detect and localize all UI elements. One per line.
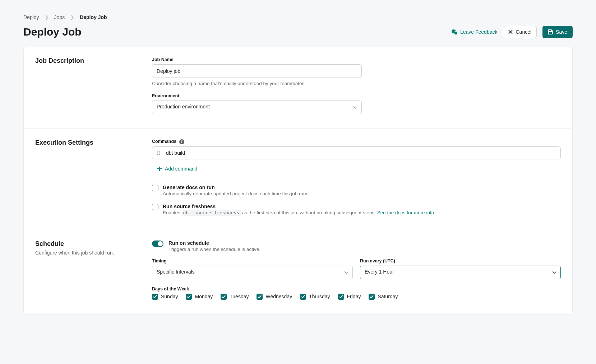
job-name-input[interactable] [152, 64, 362, 78]
breadcrumb: Deploy ❯ Jobs ❯ Deploy Job [23, 14, 573, 20]
day-monday[interactable]: Monday [186, 294, 213, 300]
section-schedule-title: Schedule [35, 240, 152, 248]
chevron-right-icon: ❯ [45, 15, 48, 20]
breadcrumb-current: Deploy Job [80, 14, 107, 20]
run-on-schedule-desc: Triggers a run when the schedule is acti… [168, 247, 260, 252]
add-command-button[interactable]: Add command [152, 164, 202, 173]
run-every-label: Run every (UTC) [360, 258, 561, 263]
run-every-select[interactable]: Every 1 Hour [360, 266, 561, 279]
drag-handle-icon[interactable] [157, 150, 160, 155]
days-row: Sunday Monday Tuesday Wednesday [152, 294, 561, 300]
command-row[interactable]: dbt build [152, 146, 561, 159]
feedback-icon [452, 29, 457, 34]
days-label: Days of the Week [152, 286, 561, 291]
svg-point-3 [159, 152, 160, 153]
checkbox-checked-icon[interactable] [152, 294, 158, 300]
source-freshness-title: Run source freshness [163, 204, 435, 209]
breadcrumb-deploy[interactable]: Deploy [23, 14, 39, 20]
day-thursday[interactable]: Thursday [300, 294, 330, 300]
docs-link[interactable]: See the docs for more info. [377, 210, 435, 215]
info-icon[interactable]: ? [179, 139, 184, 144]
command-text: dbt build [166, 150, 185, 156]
svg-point-1 [159, 150, 160, 151]
generate-docs-desc: Automatically generate updated project d… [163, 191, 308, 196]
page-title: Deploy Job [23, 26, 82, 38]
checkbox-checked-icon[interactable] [186, 294, 192, 300]
checkbox-checked-icon[interactable] [300, 294, 306, 300]
svg-point-0 [157, 150, 158, 151]
job-name-label: Job Name [152, 57, 362, 62]
generate-docs-checkbox[interactable] [152, 185, 158, 191]
leave-feedback-label: Leave Feedback [460, 29, 498, 35]
cancel-button[interactable]: Cancel [503, 26, 537, 38]
timing-select[interactable]: Specific Intervals [152, 266, 353, 279]
breadcrumb-jobs[interactable]: Jobs [54, 14, 65, 20]
section-execution-title: Execution Settings [35, 139, 152, 146]
svg-point-5 [159, 154, 160, 155]
day-friday[interactable]: Friday [338, 294, 361, 300]
save-icon [548, 29, 553, 34]
day-tuesday[interactable]: Tuesday [221, 294, 249, 300]
section-schedule-subtitle: Configure when this job should run. [35, 250, 152, 256]
save-button[interactable]: Save [542, 26, 573, 38]
timing-label: Timing [152, 258, 353, 263]
checkbox-checked-icon[interactable] [369, 294, 375, 300]
day-sunday[interactable]: Sunday [152, 294, 178, 300]
leave-feedback-link[interactable]: Leave Feedback [452, 29, 498, 35]
checkbox-checked-icon[interactable] [221, 294, 227, 300]
checkbox-checked-icon[interactable] [338, 294, 344, 300]
day-saturday[interactable]: Saturday [369, 294, 398, 300]
plus-icon [157, 166, 162, 171]
job-name-helper: Consider choosing a name that's easily u… [152, 81, 362, 86]
chevron-right-icon: ❯ [70, 15, 74, 20]
section-job-description-title: Job Description [35, 57, 152, 65]
save-label: Save [556, 29, 567, 35]
run-on-schedule-toggle[interactable] [152, 241, 163, 247]
add-command-label: Add command [165, 166, 197, 172]
run-on-schedule-title: Run on schedule [168, 240, 260, 246]
source-freshness-checkbox[interactable] [152, 204, 158, 210]
cancel-label: Cancel [516, 29, 531, 35]
environment-value: Production environment [157, 104, 210, 109]
commands-label: Commands ? [152, 139, 561, 144]
svg-point-2 [157, 152, 158, 153]
day-wednesday[interactable]: Wednesday [257, 294, 292, 300]
environment-label: Environment [152, 93, 362, 98]
checkbox-checked-icon[interactable] [257, 294, 263, 300]
svg-point-4 [157, 154, 158, 155]
timing-value: Specific Intervals [157, 269, 195, 275]
run-every-value: Every 1 Hour [365, 269, 394, 275]
source-freshness-desc: Enables dbt source freshness as the firs… [163, 210, 435, 215]
generate-docs-title: Generate docs on run [163, 185, 308, 190]
environment-select[interactable]: Production environment [152, 101, 362, 114]
close-icon [508, 30, 513, 34]
